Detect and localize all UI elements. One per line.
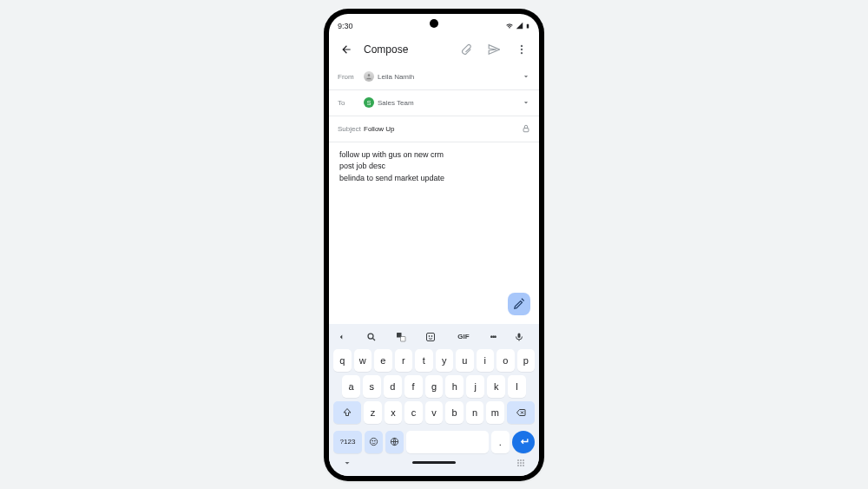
key-e[interactable]: e — [374, 349, 392, 372]
phone-frame: 9:30 Compose From — [324, 9, 544, 481]
magic-pen-icon — [513, 298, 525, 310]
key-h[interactable]: h — [445, 375, 464, 398]
send-button[interactable] — [483, 39, 504, 60]
key-l[interactable]: l — [508, 375, 526, 398]
backspace-key[interactable] — [507, 401, 535, 424]
avatar — [364, 71, 374, 82]
svg-point-20 — [520, 462, 522, 464]
keyboard: GIF ••• qwertyuiop asdfghjkl zxcvbnm ?12… — [329, 324, 539, 476]
svg-point-16 — [517, 459, 519, 461]
key-k[interactable]: k — [487, 375, 505, 398]
key-p[interactable]: p — [517, 349, 536, 372]
key-a[interactable]: a — [342, 375, 360, 398]
keyboard-toolbar: GIF ••• — [332, 327, 536, 347]
key-f[interactable]: f — [404, 375, 423, 398]
send-icon — [488, 43, 500, 56]
more-button[interactable] — [511, 39, 532, 60]
svg-rect-8 — [427, 333, 435, 340]
screen: 9:30 Compose From — [329, 14, 539, 476]
kb-sticker-button[interactable] — [425, 332, 443, 342]
wifi-icon — [505, 23, 514, 30]
signal-icon — [516, 22, 523, 30]
from-name: Leila Namih — [378, 73, 414, 81]
svg-point-13 — [372, 440, 373, 441]
body-line: follow up with gus on new crm — [339, 149, 529, 162]
ai-compose-button[interactable] — [508, 293, 530, 315]
from-chip: Leila Namih — [364, 71, 414, 82]
key-r[interactable]: r — [395, 349, 413, 372]
key-d[interactable]: d — [384, 375, 402, 398]
kb-gif-button[interactable]: GIF — [455, 333, 472, 340]
key-n[interactable]: n — [466, 401, 483, 424]
to-row[interactable]: To S Sales Team — [329, 90, 539, 116]
to-label: To — [338, 99, 364, 107]
attach-button[interactable] — [456, 39, 477, 60]
camera-hole — [430, 19, 438, 28]
key-i[interactable]: i — [477, 349, 495, 372]
status-time: 9:30 — [338, 22, 353, 30]
kb-search-button[interactable] — [366, 332, 384, 342]
kb-mic-button[interactable] — [514, 332, 531, 342]
body-line: belinda to send market update — [339, 173, 529, 185]
emoji-icon — [369, 437, 378, 446]
svg-point-17 — [520, 459, 522, 461]
nav-pill[interactable] — [412, 461, 456, 464]
to-chip: S Sales Team — [364, 97, 414, 108]
shift-icon — [342, 407, 352, 418]
svg-point-14 — [375, 440, 376, 441]
key-x[interactable]: x — [385, 401, 402, 424]
chevron-down-icon — [342, 458, 352, 468]
globe-key[interactable] — [385, 431, 404, 453]
svg-point-2 — [521, 51, 523, 53]
space-key[interactable] — [406, 431, 488, 453]
translate-icon — [396, 332, 406, 342]
key-g[interactable]: g — [425, 375, 444, 398]
body-line: post job desc — [339, 161, 529, 173]
symbols-key[interactable]: ?123 — [333, 431, 362, 453]
svg-point-21 — [523, 462, 524, 464]
chevron-down-icon — [522, 72, 530, 81]
svg-rect-4 — [523, 129, 529, 132]
key-v[interactable]: v — [425, 401, 443, 424]
key-m[interactable]: m — [486, 401, 503, 424]
backspace-icon — [515, 407, 527, 418]
enter-key[interactable] — [512, 431, 535, 453]
key-j[interactable]: j — [466, 375, 484, 398]
key-o[interactable]: o — [496, 349, 515, 372]
key-w[interactable]: w — [354, 349, 372, 372]
period-key[interactable]: . — [491, 431, 510, 453]
shift-key[interactable] — [333, 401, 361, 424]
key-c[interactable]: c — [404, 401, 422, 424]
kb-row-3: zxcvbnm — [333, 401, 535, 424]
back-button[interactable] — [336, 39, 357, 60]
chevron-down-icon — [522, 98, 530, 107]
svg-point-5 — [368, 334, 373, 339]
key-z[interactable]: z — [364, 401, 381, 424]
svg-point-3 — [368, 74, 371, 76]
subject-row[interactable]: Subject Follow Up — [329, 116, 539, 142]
app-bar: Compose — [329, 35, 539, 64]
key-s[interactable]: s — [363, 375, 381, 398]
email-body[interactable]: follow up with gus on new crm post job d… — [329, 142, 539, 324]
from-row[interactable]: From Leila Namih — [329, 64, 539, 90]
kb-options-button[interactable] — [516, 458, 526, 468]
key-b[interactable]: b — [445, 401, 463, 424]
attachment-icon — [460, 43, 472, 56]
sticker-icon — [425, 332, 436, 342]
kb-hide-button[interactable] — [342, 458, 352, 468]
kb-collapse-button[interactable] — [337, 333, 354, 341]
svg-point-0 — [521, 44, 523, 46]
enter-icon — [518, 436, 529, 447]
key-y[interactable]: y — [436, 349, 454, 372]
key-q[interactable]: q — [333, 349, 352, 372]
svg-point-1 — [521, 48, 523, 50]
svg-point-18 — [523, 459, 524, 461]
more-vert-icon — [516, 43, 528, 56]
emoji-key[interactable] — [365, 431, 383, 453]
key-u[interactable]: u — [456, 349, 474, 372]
avatar: S — [364, 97, 374, 108]
key-t[interactable]: t — [415, 349, 433, 372]
kb-row-2: asdfghjkl — [333, 375, 535, 398]
kb-more-button[interactable]: ••• — [484, 333, 502, 341]
kb-translate-button[interactable] — [396, 332, 413, 342]
